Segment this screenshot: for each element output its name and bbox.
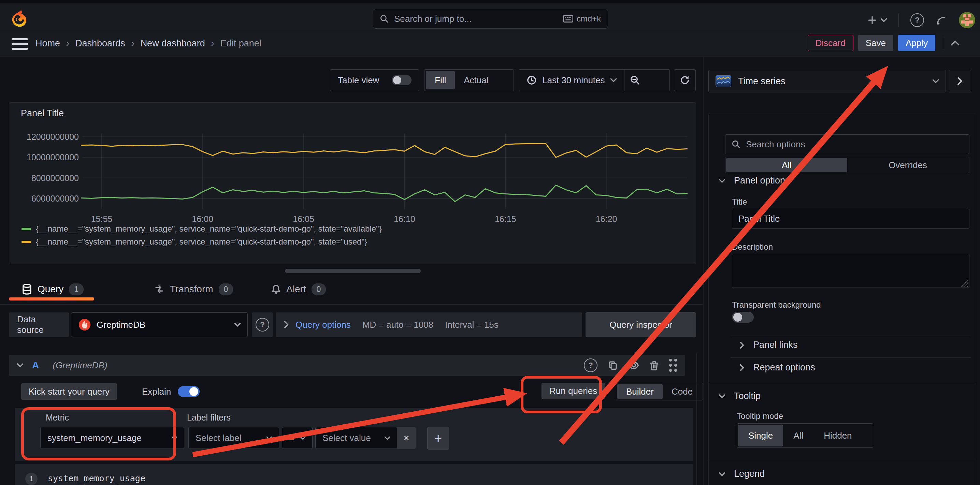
menu-toggle-icon[interactable] xyxy=(11,38,28,50)
top-bar-icons: ? xyxy=(867,7,975,33)
legend-label-used: {__name__="system_memory_usage", service… xyxy=(36,237,367,246)
panel-preview[interactable]: Panel Title 1200000000010000000000800000… xyxy=(9,102,696,264)
svg-text:16:10: 16:10 xyxy=(394,214,415,224)
panel-links-header[interactable]: Panel links xyxy=(740,340,798,350)
transparent-label: Transparent background xyxy=(732,300,821,310)
close-icon: × xyxy=(403,432,409,444)
remove-filter-button[interactable]: × xyxy=(397,427,415,449)
new-menu-button[interactable] xyxy=(867,15,887,25)
run-queries-button[interactable]: Run queries xyxy=(541,383,605,399)
builder-code-switch: Builder Code xyxy=(616,383,703,401)
datasource-help-button[interactable]: ? xyxy=(252,312,273,337)
tooltip-hidden[interactable]: Hidden xyxy=(813,425,862,447)
datasource-label: Data source xyxy=(9,312,69,337)
table-view-toggle[interactable] xyxy=(392,75,412,85)
legend-header[interactable]: Legend xyxy=(719,469,765,479)
legend-item[interactable]: {__name__="system_memory_usage", service… xyxy=(22,237,382,246)
datasource-name: GreptimeDB xyxy=(97,320,229,330)
breadcrumb-dashboards[interactable]: Dashboards xyxy=(75,38,125,49)
delete-icon[interactable] xyxy=(649,360,659,371)
repeat-options-header[interactable]: Repeat options xyxy=(740,362,815,373)
panel-title-input[interactable] xyxy=(732,209,969,229)
query-options-link[interactable]: Query options xyxy=(296,320,351,330)
hide-response-icon[interactable] xyxy=(628,360,639,371)
transparent-toggle[interactable] xyxy=(732,312,754,323)
description-field-wrap xyxy=(732,254,969,288)
global-search[interactable]: cmd+k xyxy=(372,9,608,29)
tab-transform[interactable]: Transform 0 xyxy=(154,277,233,302)
svg-text:15:55: 15:55 xyxy=(91,214,113,224)
code-option[interactable]: Code xyxy=(663,384,702,399)
tab-overrides[interactable]: Overrides xyxy=(847,158,969,172)
discard-button[interactable]: Discard xyxy=(808,35,853,51)
datasource-picker[interactable]: GreptimeDB xyxy=(71,312,248,337)
options-search-input[interactable] xyxy=(745,139,963,150)
operator-dropdown[interactable]: = xyxy=(282,427,313,449)
select-label-placeholder: Select label xyxy=(196,433,260,444)
tooltip-header[interactable]: Tooltip xyxy=(719,391,760,401)
builder-option[interactable]: Builder xyxy=(617,384,663,399)
breadcrumb-new-dashboard[interactable]: New dashboard xyxy=(141,38,205,49)
svg-text:16:20: 16:20 xyxy=(596,214,617,224)
explain-toggle[interactable] xyxy=(178,386,200,397)
tab-all[interactable]: All xyxy=(726,158,847,172)
search-icon xyxy=(732,140,740,149)
query-inspector-button[interactable]: Query inspector xyxy=(585,312,696,337)
zoom-out-button[interactable] xyxy=(624,70,646,91)
avatar[interactable] xyxy=(959,12,975,28)
plus-icon: + xyxy=(434,431,442,446)
add-filter-button[interactable]: + xyxy=(427,427,449,450)
fill-option[interactable]: Fill xyxy=(426,71,455,89)
chevron-down-icon xyxy=(385,436,390,440)
tooltip-all[interactable]: All xyxy=(783,425,813,447)
refresh-button[interactable] xyxy=(674,69,696,91)
visualization-picker[interactable]: Time series xyxy=(708,70,946,92)
tab-alert[interactable]: Alert 0 xyxy=(271,277,326,302)
grafana-logo-icon[interactable] xyxy=(10,10,29,29)
tab-transform-label: Transform xyxy=(170,284,213,295)
panel-options-header[interactable]: Panel options xyxy=(719,175,790,186)
editor-tabs: Query 1 Transform 0 Alert 0 xyxy=(0,277,703,305)
breadcrumb-home[interactable]: Home xyxy=(35,38,60,49)
divider xyxy=(899,13,899,27)
label-filters-label: Label filters xyxy=(187,413,231,423)
legend-item[interactable]: {__name__="system_memory_usage", service… xyxy=(22,224,382,234)
bell-icon xyxy=(271,284,281,294)
select-value-dropdown[interactable]: Select value xyxy=(315,427,397,449)
chevron-down-icon xyxy=(17,363,23,367)
metric-select[interactable]: system_memory_usage xyxy=(40,427,184,449)
collapse-header-icon[interactable] xyxy=(951,40,959,46)
panel-links-label: Panel links xyxy=(753,340,798,350)
save-button[interactable]: Save xyxy=(858,35,893,51)
resize-handle[interactable] xyxy=(285,269,421,273)
visualization-name: Time series xyxy=(738,76,926,87)
help-icon[interactable]: ? xyxy=(910,13,924,27)
sidebar-divider[interactable] xyxy=(703,57,703,485)
query-help-icon[interactable]: ? xyxy=(584,358,598,372)
options-search[interactable] xyxy=(725,134,969,154)
query-row-header[interactable]: A (GreptimeDB) ? xyxy=(9,355,685,376)
operator-value: = xyxy=(289,433,294,444)
clock-icon xyxy=(527,75,537,85)
breadcrumb-separator: › xyxy=(211,38,214,49)
kick-start-query-button[interactable]: Kick start your query xyxy=(21,383,117,400)
chevron-right-icon xyxy=(740,342,744,348)
apply-button[interactable]: Apply xyxy=(898,35,935,51)
tooltip-single[interactable]: Single xyxy=(738,425,783,447)
legend-label-available: {__name__="system_memory_usage", service… xyxy=(36,224,382,234)
chart-legend: {__name__="system_memory_usage", service… xyxy=(22,224,382,246)
select-label-dropdown[interactable]: Select label xyxy=(188,427,279,449)
duplicate-icon[interactable] xyxy=(608,360,618,371)
viz-suggestions-button[interactable] xyxy=(948,70,971,92)
shortcut-hint: cmd+k xyxy=(563,14,601,24)
actual-option[interactable]: Actual xyxy=(455,71,497,89)
query-ref: A xyxy=(32,360,39,371)
divider xyxy=(943,36,943,50)
time-range-button[interactable]: Last 30 minutes xyxy=(519,70,624,91)
global-search-input[interactable] xyxy=(393,13,563,25)
table-view-control: Table view xyxy=(330,69,419,91)
drag-handle-icon[interactable] xyxy=(669,359,677,372)
news-icon[interactable] xyxy=(935,14,947,26)
tab-query-label: Query xyxy=(38,284,64,295)
description-textarea[interactable] xyxy=(732,254,969,288)
